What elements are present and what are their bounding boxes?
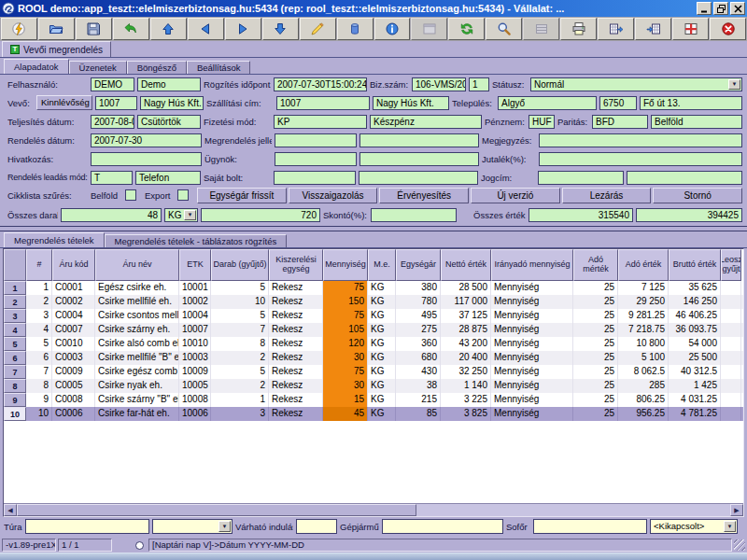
grid-column-header[interactable]: ETK — [179, 249, 211, 281]
fulfilment-date-field[interactable]: 2007-08-02 — [91, 115, 134, 129]
shipping-code-field[interactable]: 1007 — [276, 96, 370, 110]
table-row[interactable]: 11C0001Egész csirke eh.100015Rekesz75KG3… — [4, 281, 743, 295]
comment-field[interactable] — [539, 133, 742, 147]
unit-price-refresh-button[interactable]: Egységár frissít — [197, 188, 287, 203]
vehicle-field[interactable] — [382, 519, 503, 534]
confirm-button[interactable]: Visszaigazolás — [289, 188, 378, 203]
row-selector[interactable]: 3 — [4, 309, 26, 323]
table-row[interactable]: 44C0007Csirke szárny eh.100077Rekesz105K… — [4, 323, 743, 337]
grid-column-header[interactable]: Adó érték — [618, 249, 669, 281]
customer-name-field[interactable]: Nagy Hús Kft. — [140, 96, 204, 110]
tab-alapadatok[interactable]: Alapadatok — [4, 59, 69, 74]
export-checkbox[interactable] — [177, 189, 189, 201]
hscroll-thumb[interactable] — [17, 504, 416, 516]
record-time-field[interactable]: 2007-07-30T15:00:24 — [274, 77, 367, 91]
payment-name-field[interactable]: Készpénz — [370, 115, 482, 129]
close-order-button[interactable]: Lezárás — [562, 188, 652, 203]
grid-column-header[interactable]: Darab (gyűjtő) — [211, 249, 269, 281]
reference-field[interactable] — [91, 152, 202, 166]
customer-code-field[interactable]: 1007 — [95, 96, 137, 110]
own-shop-code-field[interactable] — [274, 171, 356, 185]
next-record-button[interactable] — [225, 18, 261, 40]
order-type-code-field[interactable] — [275, 133, 357, 147]
doc-version-field[interactable]: 1 — [469, 77, 489, 91]
city-field[interactable]: Algyő — [498, 96, 597, 110]
user-code-field[interactable]: DEMO — [91, 77, 134, 91]
validate-button[interactable]: Érvényesítés — [379, 188, 469, 203]
form-button[interactable] — [411, 18, 447, 40]
open-button[interactable] — [38, 18, 75, 40]
payment-code-field[interactable]: KP — [274, 115, 367, 129]
titlebar[interactable]: ROOL demo::app_teszt::elelmiszerbiztonsa… — [0, 0, 747, 17]
list-button[interactable] — [523, 18, 559, 40]
prev-record-button[interactable] — [188, 18, 224, 40]
tab-bongeszo[interactable]: Böngésző — [127, 61, 187, 74]
table-row[interactable]: 22C0002Csirke mellfilé eh.1000210Rekesz1… — [4, 295, 743, 309]
close-form-button[interactable] — [672, 18, 709, 40]
shipping-name-field[interactable]: Nagy Hús Kft. — [373, 96, 449, 110]
grid-column-header[interactable]: Kiszerelési egység — [269, 249, 323, 281]
outstanding-button[interactable]: Kinnlévőség — [36, 95, 92, 110]
exit-button[interactable] — [710, 18, 746, 40]
restore-button[interactable] — [713, 2, 728, 15]
row-selector[interactable]: 9 — [4, 393, 26, 407]
chevron-down-icon[interactable]: ▼ — [728, 79, 740, 90]
status-combo[interactable]: Normál▼ — [530, 77, 742, 91]
scroll-right-icon[interactable]: ▶ — [730, 504, 743, 516]
agent-name-field[interactable] — [359, 152, 479, 166]
user-name-field[interactable]: Demo — [137, 77, 201, 91]
driver-field[interactable] — [533, 519, 647, 534]
fulfilment-day-field[interactable]: Csütörtök — [137, 115, 201, 129]
scroll-left-icon[interactable]: ◀ — [4, 504, 17, 516]
new-version-button[interactable]: Új verzió — [471, 188, 560, 203]
departure-field[interactable] — [296, 519, 337, 534]
mode-combo[interactable]: <Kikapcsolt>▼ — [650, 519, 738, 534]
doc-number-field[interactable]: 106-VMS/2007 — [412, 77, 466, 91]
agent-code-field[interactable] — [275, 152, 357, 166]
import-grid-button[interactable] — [635, 18, 671, 40]
save-button[interactable] — [76, 18, 112, 40]
row-selector[interactable]: 5 — [4, 337, 26, 351]
total-net-field[interactable]: 315540 — [529, 208, 633, 222]
grid-column-header[interactable]: Nettó érték — [441, 249, 491, 281]
legal-title-code-field[interactable] — [538, 171, 624, 185]
grid-column-header[interactable]: Bruttó érték — [669, 249, 721, 281]
tab-vevoi-megrendeles[interactable]: T Vevői megrendelés — [2, 41, 111, 57]
table-row[interactable]: 66C0003Csirke mellfilé "B" eh.100032Reke… — [4, 351, 743, 365]
database-button[interactable] — [337, 18, 374, 40]
parity-name-field[interactable]: Belföld — [651, 115, 742, 129]
submit-mode-name-field[interactable]: Telefon — [135, 171, 201, 185]
domestic-checkbox[interactable] — [125, 189, 136, 201]
grid-tab-tetelek[interactable]: Megrendelés tételek — [4, 232, 105, 247]
table-row[interactable]: 55C0010Csirke alsó comb eh.100108Rekesz1… — [4, 337, 743, 351]
order-type-name-field[interactable] — [359, 133, 479, 147]
submit-mode-code-field[interactable]: T — [91, 171, 133, 185]
order-date-field[interactable]: 2007-07-30 — [91, 133, 202, 147]
grid-column-header[interactable]: M.e. — [368, 249, 396, 281]
parity-code-field[interactable]: BFD — [592, 115, 648, 129]
first-record-button[interactable] — [150, 18, 187, 40]
own-shop-name-field[interactable] — [359, 171, 478, 185]
grid-column-header[interactable]: Leosz gyűjt — [721, 249, 741, 281]
row-selector[interactable]: 2 — [4, 295, 26, 309]
row-selector[interactable]: 10 — [4, 407, 26, 421]
table-row[interactable]: 1010C0006Csirke far-hát eh.100063Rekesz4… — [4, 407, 743, 421]
print-button[interactable] — [560, 18, 597, 40]
status-radio[interactable] — [135, 541, 144, 550]
table-row[interactable]: 99C0008Csirke szárny "B" eh.100081Rekesz… — [4, 393, 743, 407]
legal-title-name-field[interactable] — [627, 171, 742, 185]
chevron-down-icon[interactable]: ▼ — [218, 521, 231, 532]
total-collect-field[interactable]: 720 — [201, 208, 320, 222]
table-row[interactable]: 88C0005Csirke nyak eh.100052Rekesz30KG38… — [4, 379, 743, 393]
info-button[interactable] — [374, 18, 411, 40]
grid-column-header[interactable]: Áru név — [95, 249, 179, 281]
chevron-down-icon[interactable]: ▼ — [724, 521, 736, 532]
row-selector[interactable]: 7 — [4, 365, 26, 379]
zip-field[interactable]: 6750 — [599, 96, 637, 110]
table-row[interactable]: 33C0004Csirke csontos mell eh.100045Reke… — [4, 309, 743, 323]
close-button[interactable] — [730, 2, 745, 15]
grid-column-header[interactable]: Adó mérték — [573, 249, 618, 281]
edit-button[interactable] — [300, 18, 336, 40]
grid-column-header[interactable]: Irányadó mennyiség — [491, 249, 573, 281]
tab-uzenetek[interactable]: Üzenetek — [69, 61, 127, 74]
